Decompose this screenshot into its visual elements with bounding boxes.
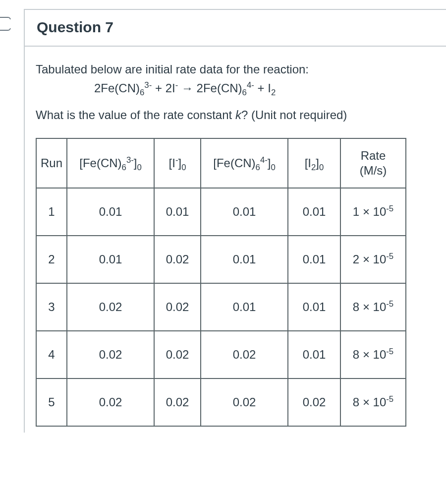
cell-fe4: 0.01 bbox=[201, 188, 288, 236]
cell-rate: 8 × 10-5 bbox=[340, 283, 406, 331]
cell-run: 1 bbox=[36, 188, 67, 236]
rate-units: (M/s) bbox=[345, 163, 401, 178]
cell-rate: 8 × 10-5 bbox=[340, 331, 406, 378]
cell-run: 4 bbox=[36, 331, 67, 378]
cell-i2: 0.01 bbox=[288, 283, 340, 331]
rate-constant-symbol: k bbox=[235, 108, 241, 122]
intro-text: Tabulated below are initial rate data fo… bbox=[36, 61, 435, 78]
col-header-i: [I-]0 bbox=[154, 138, 201, 188]
cell-fe3: 0.01 bbox=[67, 188, 154, 236]
cell-i2: 0.01 bbox=[288, 236, 340, 283]
followup-post: ? (Unit not required) bbox=[241, 108, 347, 122]
rate-data-table: Run [Fe(CN)63-]0 [I-]0 [Fe(CN)64-]0 [I2]… bbox=[36, 138, 406, 427]
cell-fe3: 0.02 bbox=[67, 378, 154, 426]
col-header-run: Run bbox=[36, 138, 67, 188]
col-header-fe3: [Fe(CN)63-]0 bbox=[67, 138, 154, 188]
col-header-rate: Rate (M/s) bbox=[340, 138, 406, 188]
table-row: 50.020.020.020.028 × 10-5 bbox=[36, 378, 406, 426]
table-row: 40.020.020.020.018 × 10-5 bbox=[36, 331, 406, 378]
followup-text: What is the value of the rate constant k… bbox=[36, 106, 435, 124]
table-row: 20.010.020.010.012 × 10-5 bbox=[36, 236, 406, 283]
cell-fe3: 0.01 bbox=[67, 236, 154, 283]
cell-fe4: 0.02 bbox=[201, 331, 288, 378]
cell-fe4: 0.01 bbox=[201, 283, 288, 331]
cell-i2: 0.01 bbox=[288, 331, 340, 378]
question-card: Question 7 Tabulated below are initial r… bbox=[24, 9, 446, 433]
question-title: Question 7 bbox=[25, 10, 446, 47]
col-header-fe4: [Fe(CN)64-]0 bbox=[201, 138, 288, 188]
table-header-row: Run [Fe(CN)63-]0 [I-]0 [Fe(CN)64-]0 [I2]… bbox=[36, 138, 406, 188]
rate-label: Rate bbox=[345, 148, 401, 163]
sidebar-toggle-icon[interactable] bbox=[0, 17, 11, 31]
table-body: 10.010.010.010.011 × 10-520.010.020.010.… bbox=[36, 188, 406, 426]
cell-fe4: 0.01 bbox=[201, 236, 288, 283]
cell-i: 0.02 bbox=[154, 283, 201, 331]
cell-rate: 8 × 10-5 bbox=[340, 378, 406, 426]
cell-rate: 2 × 10-5 bbox=[340, 236, 406, 283]
cell-run: 2 bbox=[36, 236, 67, 283]
cell-fe4: 0.02 bbox=[201, 378, 288, 426]
cell-fe3: 0.02 bbox=[67, 331, 154, 378]
cell-i: 0.02 bbox=[154, 236, 201, 283]
table-row: 30.020.020.010.018 × 10-5 bbox=[36, 283, 406, 331]
cell-rate: 1 × 10-5 bbox=[340, 188, 406, 236]
followup-pre: What is the value of the rate constant bbox=[36, 108, 235, 122]
cell-i: 0.02 bbox=[154, 331, 201, 378]
cell-i2: 0.02 bbox=[288, 378, 340, 426]
cell-run: 5 bbox=[36, 378, 67, 426]
col-header-i2: [I2]0 bbox=[288, 138, 340, 188]
reaction-equation: 2Fe(CN)63- + 2I- → 2Fe(CN)64- + I2 bbox=[36, 79, 435, 97]
table-row: 10.010.010.010.011 × 10-5 bbox=[36, 188, 406, 236]
question-body: Tabulated below are initial rate data fo… bbox=[25, 47, 446, 433]
cell-i: 0.01 bbox=[154, 188, 201, 236]
cell-run: 3 bbox=[36, 283, 67, 331]
page: Question 7 Tabulated below are initial r… bbox=[0, 0, 446, 504]
cell-fe3: 0.02 bbox=[67, 283, 154, 331]
cell-i: 0.02 bbox=[154, 378, 201, 426]
cell-i2: 0.01 bbox=[288, 188, 340, 236]
